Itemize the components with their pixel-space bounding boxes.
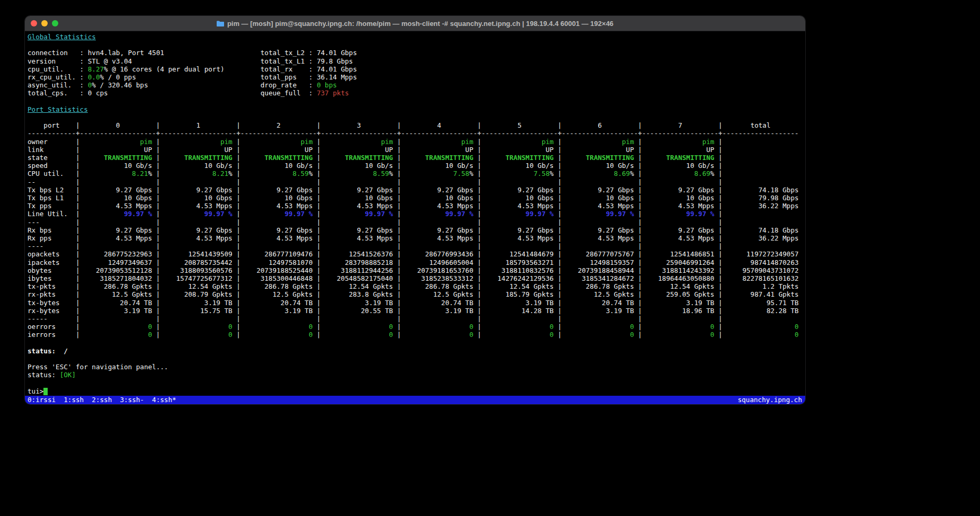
stat-total-rx: total_rx: 74.01 Gbps (261, 65, 357, 73)
table-cell: 4.53 Mpps (401, 234, 477, 242)
column-header: 7 (642, 121, 718, 129)
global-stats-title: Global Statistics (28, 33, 803, 41)
table-cell: UP (562, 146, 638, 154)
table-cell: 7.58% (482, 170, 558, 177)
table-cell: 0 (240, 323, 317, 331)
table-cell: 3.19 TB (240, 307, 317, 315)
table-cell: 20.74 TB (401, 299, 477, 307)
stat-rx-cpu-util: rx_cpu_util.: 0.0% / 0 pps (28, 73, 261, 81)
table-cell: 3.19 TB (80, 307, 156, 315)
table-cell: 20739181653760 (401, 266, 477, 274)
table-cell: 20.74 TB (562, 299, 638, 307)
prompt-line[interactable]: tui> (28, 387, 803, 395)
row-label: oerrors (28, 323, 76, 331)
table-cell: 8.59% (320, 170, 397, 177)
table-cell: 9.27 Gbps (562, 186, 638, 194)
table-cell: 9.27 Gbps (160, 186, 236, 194)
row-label: ierrors (28, 331, 76, 339)
table-cell: 99.97 % (562, 210, 638, 218)
table-cell: 4.53 Mpps (320, 234, 397, 242)
table-row-state: state|TRANSMITTING|TRANSMITTING|TRANSMIT… (28, 154, 803, 162)
table-cell: 0 (401, 331, 477, 339)
table-cell: 12.54 Gpkts (482, 282, 558, 290)
table-cell: 0 (401, 323, 477, 331)
table-row-ibytes: ibytes|3185271804032|15747725677312|3185… (28, 274, 803, 282)
table-cell: 0 (562, 323, 638, 331)
table-cell: 10 Gb/s (562, 162, 638, 170)
table-cell: 10 Gbps (482, 194, 558, 202)
statusbar-window-item: 1:ssh (64, 396, 84, 404)
table-row-section-separator: --||||||||| (28, 178, 803, 186)
table-cell: TRANSMITTING (160, 154, 236, 162)
table-cell: 185793563271 (482, 259, 558, 266)
window-controls (31, 20, 58, 26)
stat-cpu-util: cpu_util.: 8.27% @ 16 cores (4 per dual … (28, 65, 261, 73)
table-cell: 12.5 Gpkts (401, 290, 477, 298)
table-cell: 20.55 TB (320, 307, 397, 315)
port-table-header: port|0|1|2|3|4|5|6|7|total (28, 121, 803, 129)
table-cell: 8.59% (240, 170, 317, 177)
terminal[interactable]: Global Statistics connection: hvn4.lab, … (25, 31, 805, 404)
zoom-button[interactable] (52, 20, 58, 26)
table-cell: 9.27 Gbps (160, 226, 236, 234)
column-header: 0 (80, 121, 156, 129)
table-cell: 0 (482, 331, 558, 339)
table-cell: 12496605004 (401, 259, 477, 266)
row-label: CPU util. (28, 170, 76, 177)
table-cell: 283.8 Gpkts (320, 290, 397, 298)
column-header: total (723, 121, 799, 129)
row-label: link (28, 146, 76, 154)
table-cell-total: 0 (723, 331, 799, 339)
table-cell: 20739188458944 (562, 266, 638, 274)
table-cell: 14276242129536 (482, 274, 558, 282)
table-cell: UP (482, 146, 558, 154)
stats-row-1: connection: hvn4.lab, Port 4501total_tx_… (28, 49, 803, 57)
table-row-section-separator: ----||||||||| (28, 242, 803, 250)
table-cell: 20548582175040 (320, 274, 397, 282)
table-cell: 0 (320, 323, 397, 331)
table-cell: 286775232963 (80, 250, 156, 258)
row-label: tx-bytes (28, 299, 76, 307)
table-cell: 10 Gb/s (320, 162, 397, 170)
table-cell: 3.19 TB (320, 299, 397, 307)
minimize-button[interactable] (41, 20, 48, 26)
table-cell: UP (320, 146, 397, 154)
table-row-opackets: opackets|286775232963|12541439509|286777… (28, 250, 803, 258)
table-cell: 208785735442 (160, 259, 236, 266)
table-cell: 3.19 TB (401, 307, 477, 315)
table-cell: TRANSMITTING (320, 154, 397, 162)
status-label: status: (28, 347, 56, 355)
table-cell: 12541439509 (160, 250, 236, 258)
table-cell: 9.27 Gbps (80, 186, 156, 194)
table-cell: 12.5 Gpkts (80, 290, 156, 298)
table-cell: UP (642, 146, 718, 154)
table-cell: 10 Gbps (562, 194, 638, 202)
close-button[interactable] (31, 20, 37, 26)
table-cell: 286777109476 (240, 250, 317, 258)
esc-hint: Press 'ESC' for navigation panel... (28, 363, 168, 371)
table-cell: 3185238533312 (401, 274, 477, 282)
table-cell-total: 1197272349057 (723, 250, 799, 258)
table-cell: 4.53 Mpps (320, 202, 397, 210)
column-header: 4 (401, 121, 477, 129)
table-cell-total: 79.98 Gbps (723, 194, 799, 202)
stat-total-tx-l2: total_tx_L2: 74.01 Gbps (261, 49, 357, 57)
table-cell: 4.53 Mpps (80, 234, 156, 242)
stats-row-2: version: STL @ v3.04total_tx_L1: 79.8 Gb… (28, 57, 803, 65)
table-cell: 12497349637 (80, 259, 156, 266)
row-label: state (28, 154, 76, 162)
table-cell: 0 (80, 323, 156, 331)
column-header: port (28, 121, 76, 129)
table-cell-total: 36.22 Mpps (723, 202, 799, 210)
table-cell: 10 Gbps (401, 194, 477, 202)
table-cell: 9.27 Gbps (320, 186, 397, 194)
table-cell-total: 987.41 Gpkts (723, 290, 799, 298)
row-label: -- (28, 178, 76, 186)
table-cell: 9.27 Gbps (80, 226, 156, 234)
table-cell: 0 (320, 331, 397, 339)
column-header: 5 (482, 121, 558, 129)
row-label: ipackets (28, 259, 76, 266)
table-cell: 0 (642, 323, 718, 331)
table-cell: 9.27 Gbps (320, 226, 397, 234)
table-cell: 208.79 Gpkts (160, 290, 236, 298)
